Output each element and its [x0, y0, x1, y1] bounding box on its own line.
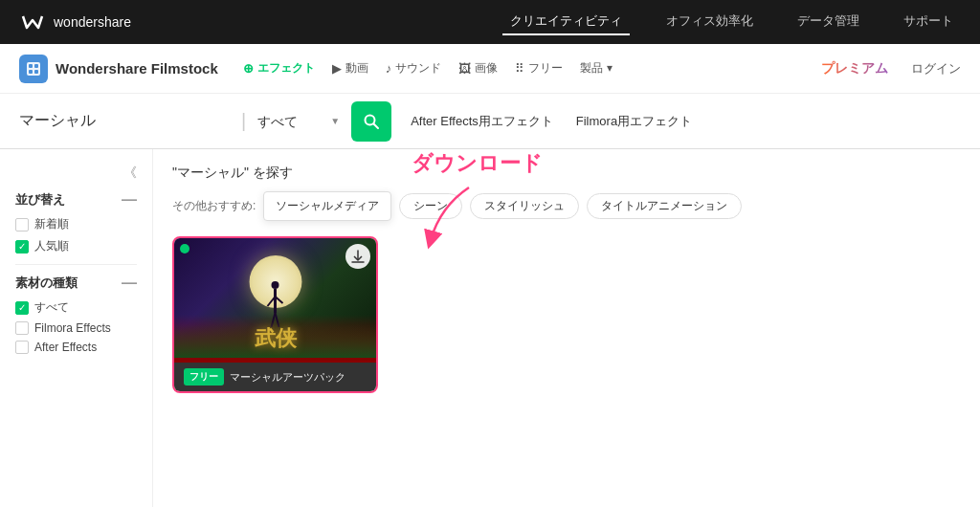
logo-text: wondershare [54, 14, 131, 30]
filter-after-effects[interactable]: After Effects用エフェクト [411, 113, 553, 130]
search-icon [363, 113, 380, 130]
nav-video[interactable]: ▶ 動画 [332, 60, 368, 77]
sidebar-collapse-button[interactable]: 《 [15, 165, 137, 182]
card-label: フリー マーシャルアーツパック [174, 363, 376, 391]
select-arrow-icon: ▼ [330, 116, 340, 126]
svg-point-7 [271, 281, 278, 289]
checkbox-popular[interactable]: ✓ 人気順 [15, 238, 137, 254]
image-icon: 🖼 [458, 61, 471, 76]
nav-link-data[interactable]: データ管理 [790, 9, 867, 35]
suggestions-row: その他おすすめ: ソーシャルメディア シーン スタイリッシュ タイトルアニメーシ… [172, 191, 961, 221]
checkbox-all[interactable]: ✓ すべて [15, 299, 137, 316]
sound-icon: ♪ [386, 61, 392, 76]
search-result-title: "マーシャル" を探す [172, 165, 961, 182]
free-badge: フリー [184, 368, 224, 386]
suggestion-tag-stylish[interactable]: スタイリッシュ [470, 193, 579, 219]
checkbox-all-box[interactable]: ✓ [15, 301, 29, 315]
card-title: マーシャルアーツパック [230, 370, 345, 385]
category-select[interactable]: すべて エフェクト 動画 サウンド 画像 [257, 114, 340, 129]
svg-rect-1 [29, 64, 33, 68]
search-divider: | [241, 110, 246, 132]
video-icon: ▶ [332, 61, 342, 76]
sidebar-sort-title: 並び替え — [15, 191, 137, 209]
svg-rect-2 [34, 64, 38, 68]
svg-rect-0 [27, 62, 40, 76]
effects-icon: ⊕ [243, 61, 254, 76]
nav-free[interactable]: ⠿ フリー [515, 60, 563, 77]
top-nav: wondershare クリエイティビティ オフィス効率化 データ管理 サポート [0, 0, 980, 44]
brand-name[interactable]: Wondershare Filmstock [56, 60, 218, 77]
checkbox-newest[interactable]: 新着順 [15, 216, 137, 232]
search-button[interactable] [351, 101, 391, 142]
nav-link-office[interactable]: オフィス効率化 [658, 9, 761, 35]
card-status-dot [180, 244, 189, 254]
premium-button[interactable]: プレミアム [821, 60, 888, 77]
sidebar-type-section: 素材の種類 — ✓ すべて Filmora Effects After Effe… [15, 275, 137, 354]
content-area-wrapper: ダウンロード "マーシャル" を探す その他おすすめ: ソーシャルメディア シー… [153, 149, 980, 507]
search-bar: | すべて エフェクト 動画 サウンド 画像 ▼ After Effects用エ… [0, 94, 980, 149]
category-select-wrapper: すべて エフェクト 動画 サウンド 画像 ▼ [257, 114, 340, 129]
login-button[interactable]: ログイン [911, 60, 961, 77]
nav-link-support[interactable]: サポート [896, 9, 961, 35]
top-nav-links: クリエイティビティ オフィス効率化 データ管理 サポート [502, 9, 961, 35]
suggestion-tag-scene[interactable]: シーン [399, 193, 462, 219]
card-download-button[interactable] [345, 244, 370, 269]
filter-links: After Effects用エフェクト Filmora用エフェクト [411, 113, 692, 130]
content-area: "マーシャル" を探す その他おすすめ: ソーシャルメディア シーン スタイリッ… [153, 149, 980, 408]
svg-rect-3 [29, 70, 33, 74]
download-icon [351, 250, 365, 263]
wondershare-logo-icon [19, 12, 46, 32]
sidebar-type-title: 素材の種類 — [15, 275, 137, 292]
suggestion-dropdown[interactable]: ソーシャルメディア [263, 191, 391, 221]
filmstock-icon [19, 55, 48, 83]
card-overlay-top [180, 244, 189, 254]
sub-header: Wondershare Filmstock ⊕ エフェクト ▶ 動画 ♪ サウン… [0, 44, 980, 94]
card-thumbnail: 武侠 [174, 238, 376, 363]
nav-effects[interactable]: ⊕ エフェクト [243, 60, 315, 77]
filter-filmora[interactable]: Filmora用エフェクト [576, 113, 692, 130]
sub-nav: ⊕ エフェクト ▶ 動画 ♪ サウンド 🖼 画像 ⠿ フリー 製品 ▾ [243, 60, 806, 77]
svg-rect-4 [34, 70, 38, 74]
nav-image[interactable]: 🖼 画像 [458, 60, 498, 77]
search-input[interactable] [19, 113, 230, 130]
sort-collapse-icon[interactable]: — [122, 191, 137, 209]
nav-sound[interactable]: ♪ サウンド [386, 60, 442, 77]
checkbox-ae-box[interactable] [15, 341, 29, 354]
card-chinese-text: 武侠 [255, 324, 297, 353]
results-grid: 武侠 [172, 236, 961, 393]
nav-products[interactable]: 製品 ▾ [580, 60, 612, 77]
brand-logo: Wondershare Filmstock [19, 55, 218, 83]
checkbox-popular-box[interactable]: ✓ [15, 240, 29, 254]
svg-line-6 [374, 123, 379, 128]
result-card[interactable]: 武侠 [172, 236, 378, 393]
checkbox-filmora[interactable]: Filmora Effects [15, 321, 137, 335]
sidebar-separator [15, 264, 137, 265]
checkbox-filmora-box[interactable] [15, 321, 29, 335]
type-collapse-icon[interactable]: — [122, 275, 137, 292]
free-icon: ⠿ [515, 61, 524, 76]
main-content: 《 並び替え — 新着順 ✓ 人気順 素材の種類 — ✓ すべて [0, 149, 980, 507]
sidebar: 《 並び替え — 新着順 ✓ 人気順 素材の種類 — ✓ すべて [0, 149, 153, 507]
suggestion-tag-title-animation[interactable]: タイトルアニメーション [587, 193, 742, 219]
sidebar-sort-section: 並び替え — 新着順 ✓ 人気順 [15, 191, 137, 254]
logo-area: wondershare [19, 12, 131, 32]
checkbox-newest-box[interactable] [15, 218, 29, 231]
nav-link-creativity[interactable]: クリエイティビティ [502, 9, 630, 35]
suggestions-label: その他おすすめ: [172, 198, 256, 214]
checkbox-after-effects[interactable]: After Effects [15, 341, 137, 354]
